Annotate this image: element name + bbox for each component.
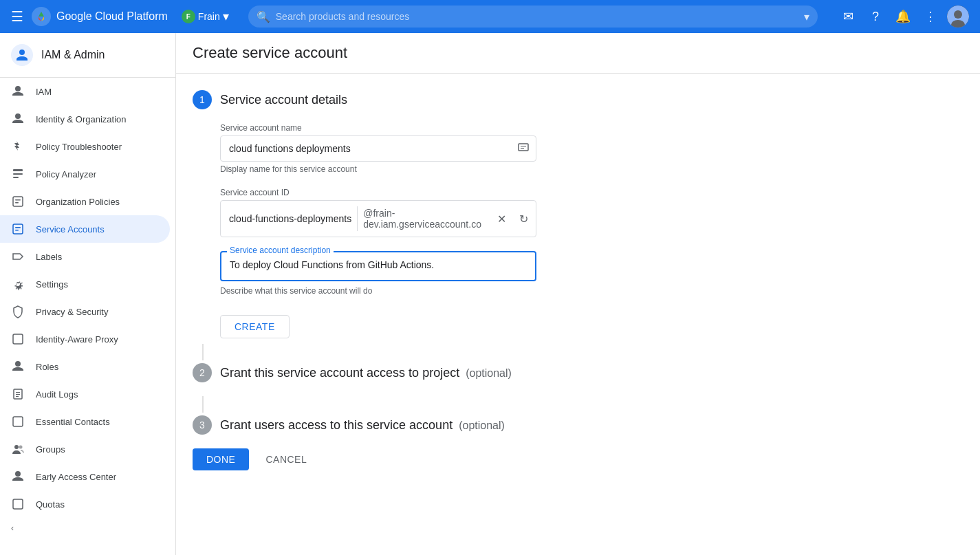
svg-rect-23 (519, 144, 528, 151)
policy-analyzer-icon (11, 167, 25, 181)
svg-point-21 (19, 446, 23, 449)
sidebar-item-service-accounts-label: Service Accounts (36, 224, 105, 235)
svg-rect-7 (13, 177, 19, 178)
sidebar-item-settings-label: Settings (36, 279, 68, 290)
search-input[interactable] (276, 11, 796, 22)
sidebar-item-essential-contacts[interactable]: Essential Contacts (0, 408, 170, 435)
sidebar-collapse-button[interactable]: ‹ (0, 518, 175, 538)
svg-rect-6 (13, 173, 23, 175)
id-domain: @frain-dev.iam.gserviceaccount.co (358, 201, 487, 237)
page-title: Create service account (193, 44, 963, 62)
sidebar-header: IAM & Admin (0, 33, 175, 78)
id-label: Service account ID (220, 188, 751, 197)
menu-icon[interactable]: ☰ (11, 8, 23, 25)
collapse-icon: ‹ (11, 523, 14, 533)
svg-rect-11 (13, 224, 23, 234)
identity-org-icon (11, 112, 25, 126)
step-3-number: 3 (193, 415, 212, 435)
sidebar-item-policy-troubleshooter-label: Policy Troubleshooter (36, 142, 122, 152)
sidebar-item-policy-troubleshooter[interactable]: Policy Troubleshooter (0, 133, 170, 160)
avatar-image (947, 6, 969, 28)
roles-icon (11, 360, 25, 373)
sidebar-item-roles[interactable]: Roles (0, 353, 170, 380)
sidebar-item-identity-aware-proxy[interactable]: Identity-Aware Proxy (0, 325, 170, 353)
essential-contacts-icon (11, 415, 25, 428)
sidebar-item-service-accounts[interactable]: Service Accounts (0, 215, 170, 243)
service-accounts-icon (11, 222, 25, 236)
svg-rect-12 (15, 227, 21, 228)
more-button[interactable]: ⋮ (919, 6, 941, 28)
sidebar-item-labels-label: Labels (36, 252, 62, 262)
policy-troubleshooter-icon (11, 140, 25, 153)
step-1-title: Service account details (220, 93, 347, 107)
id-actions: ✕ ↻ (487, 209, 539, 228)
id-field-container: cloud-functions-deployments @frain-dev.i… (220, 200, 536, 237)
sidebar-header-title: IAM & Admin (41, 49, 105, 61)
id-refresh-button[interactable]: ↻ (514, 209, 534, 228)
sidebar-item-identity-org[interactable]: Identity & Organization (0, 105, 170, 133)
labels-icon (11, 250, 25, 263)
notifications-button[interactable]: 🔔 (892, 6, 914, 28)
description-field-container: Service account description To deploy Cl… (220, 251, 536, 283)
svg-point-20 (14, 445, 19, 449)
step-2-header: 2 Grant this service account access to p… (193, 363, 751, 382)
quotas-icon (11, 497, 25, 511)
name-input[interactable] (221, 136, 511, 161)
sidebar-item-iam[interactable]: IAM (0, 78, 170, 105)
sidebar-item-audit-logs[interactable]: Audit Logs (0, 380, 170, 408)
id-clear-button[interactable]: ✕ (492, 209, 512, 228)
id-group: Service account ID cloud-functions-deplo… (220, 188, 751, 237)
sidebar-item-labels[interactable]: Labels (0, 243, 170, 270)
svg-rect-17 (16, 394, 20, 395)
email-button[interactable]: ✉ (837, 6, 859, 28)
description-input[interactable]: To deploy Cloud Functions from GitHub Ac… (220, 251, 536, 281)
step-3-subtitle: (optional) (459, 420, 505, 431)
step-3-header: 3 Grant users access to this service acc… (193, 415, 751, 435)
sidebar-item-early-access[interactable]: Early Access Center (0, 463, 170, 490)
content-area: 1 Service account details Service accoun… (176, 74, 767, 487)
create-button[interactable]: CREATE (220, 315, 290, 338)
step-1: 1 Service account details Service accoun… (193, 90, 751, 344)
step-2-subtitle: (optional) (466, 367, 512, 379)
description-group: Service account description To deploy Cl… (220, 251, 751, 296)
privacy-security-icon (11, 305, 25, 318)
sidebar-item-org-policies[interactable]: Organization Policies (0, 188, 170, 215)
step-2-title: Grant this service account access to pro… (220, 366, 512, 380)
done-button[interactable]: DONE (193, 448, 249, 470)
avatar[interactable] (947, 6, 969, 28)
step-divider-1-2 (202, 344, 204, 360)
step-1-form: Service account name Display name for th… (220, 123, 751, 344)
sidebar-item-policy-analyzer[interactable]: Policy Analyzer (0, 160, 170, 188)
sidebar-item-groups[interactable]: Groups (0, 435, 170, 463)
audit-logs-icon (11, 387, 25, 401)
sidebar-item-early-access-label: Early Access Center (36, 472, 116, 482)
sidebar-item-quotas-label: Quotas (36, 499, 65, 510)
sidebar-item-privacy-security[interactable]: Privacy & Security (0, 298, 170, 325)
gcp-logo-icon (32, 7, 51, 26)
iam-icon (11, 85, 25, 98)
sidebar-item-groups-label: Groups (36, 444, 65, 455)
name-label: Service account name (220, 123, 751, 133)
svg-point-2 (954, 10, 962, 19)
step-2-number: 2 (193, 363, 212, 382)
name-hint: Display name for this service account (220, 164, 751, 174)
sidebar-item-privacy-security-label: Privacy & Security (36, 307, 108, 317)
sidebar-item-settings[interactable]: Settings (0, 270, 170, 298)
step-3: 3 Grant users access to this service acc… (193, 415, 751, 435)
help-button[interactable]: ? (864, 6, 886, 28)
search-icon: 🔍 (257, 10, 270, 23)
sidebar-item-quotas[interactable]: Quotas (0, 490, 170, 518)
search-expand-icon: ▾ (804, 10, 809, 23)
project-chevron-icon: ▾ (223, 9, 229, 24)
name-group: Service account name Display name for th… (220, 123, 751, 174)
topbar-actions: ✉ ? 🔔 ⋮ (837, 6, 969, 28)
svg-rect-24 (521, 146, 526, 146)
sidebar-item-identity-org-label: Identity & Organization (36, 114, 127, 124)
search-bar[interactable]: 🔍 ▾ (248, 6, 818, 28)
id-prefix: cloud-functions-deployments (221, 206, 358, 231)
project-selector[interactable]: F Frain ▾ (182, 9, 229, 24)
cancel-button[interactable]: CANCEL (254, 448, 318, 470)
groups-icon (11, 442, 25, 456)
svg-rect-10 (15, 202, 19, 204)
name-field-container (220, 135, 536, 162)
